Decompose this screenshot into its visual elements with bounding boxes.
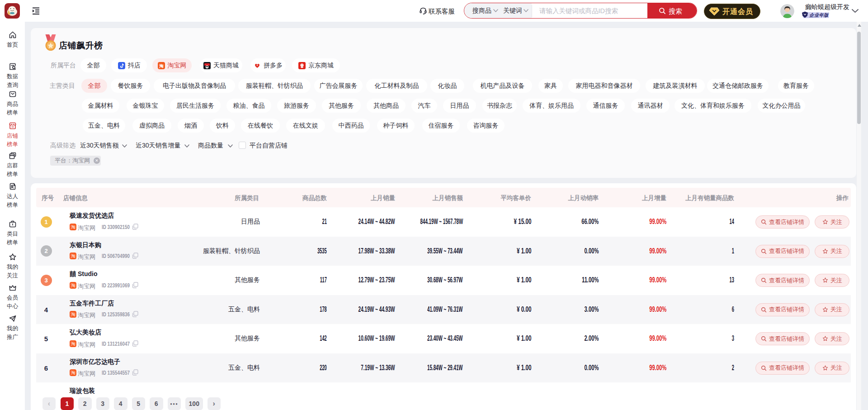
svg-text:淘: 淘 (159, 63, 164, 68)
